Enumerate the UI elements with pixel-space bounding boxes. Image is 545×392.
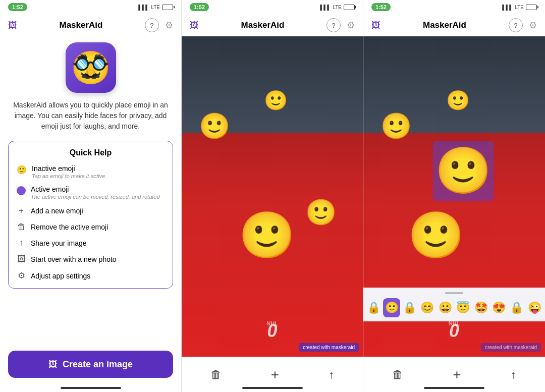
emoji-picker-item-lock2[interactable]: 🔒 (401, 298, 418, 317)
settings-label: Adjust app settings (31, 272, 90, 280)
emoji-overlay-top-3[interactable]: 🙂 (446, 91, 470, 110)
signal-icon-3: ▌▌▌ (502, 5, 513, 10)
home-indicator-2 (242, 387, 303, 389)
emoji-picker-handle (445, 292, 463, 294)
nav-bar-2: 🖼 MaskerAid ? ⚙ (182, 14, 363, 36)
emoji-picker-item-star[interactable]: 🤩 (472, 298, 489, 317)
photo-nav-icon-2[interactable]: 🖼 (190, 20, 199, 31)
app-description: MaskerAid allows you to quickly place em… (0, 100, 181, 132)
status-icons-3: ▌▌▌ LTE (502, 5, 537, 10)
panel-1: 1:52 ▌▌▌ LTE 🖼 MaskerAid ? ⚙ 🥸 MaskerAid… (0, 0, 182, 392)
help-button-2[interactable]: ? (326, 18, 341, 32)
nav-title-1: MaskerAid (60, 20, 103, 30)
status-icons-1: ▌▌▌ LTE (138, 5, 173, 10)
nav-icons-2: ? ⚙ (326, 18, 355, 32)
home-indicator-1 (61, 387, 121, 389)
emoji-picker-item-lock3[interactable]: 🔒 (508, 298, 525, 317)
inactive-emoji-icon: 🙂 (17, 165, 27, 175)
add-emoji-label: Add a new emoji (31, 207, 83, 215)
trash-button-2[interactable]: 🗑 (202, 364, 230, 385)
status-icons-2: ▌▌▌ LTE (320, 5, 355, 10)
settings-icon-help: ⚙ (17, 270, 26, 281)
emoji-overlay-right-2[interactable]: 🙂 (305, 200, 337, 225)
photo-area-2[interactable]: NHL 0 🙂 🙂 🙂 🙂 created with maskeraid (182, 36, 363, 357)
nav-title-3: MaskerAid (423, 20, 466, 30)
trash-button-3[interactable]: 🗑 (384, 364, 411, 385)
help-item-settings: ⚙ Adjust app settings (17, 270, 165, 281)
settings-icon-1[interactable]: ⚙ (165, 20, 173, 31)
status-bar-2: 1:52 ▌▌▌ LTE (182, 0, 363, 14)
settings-icon-2[interactable]: ⚙ (347, 20, 355, 31)
signal-icon-2: ▌▌▌ (320, 5, 331, 10)
add-button-3[interactable]: + (453, 367, 461, 383)
share-button-2[interactable]: ↑ (320, 364, 342, 385)
help-item-add-emoji: + Add a new emoji (17, 206, 165, 216)
battery-icon-2 (344, 5, 355, 10)
active-emoji-circle-icon (17, 186, 26, 195)
emoji-picker-item-grin[interactable]: 😀 (437, 298, 454, 317)
photo-area-3[interactable]: NHL 0 🙂 🙂 🙂 🙂 created with maskeraid 🔒 🙂… (363, 36, 545, 357)
emoji-overlay-main-3[interactable]: 🙂 (408, 212, 464, 258)
photo-background-2: NHL 0 🙂 🙂 🙂 🙂 created with maskeraid (182, 36, 363, 357)
jersey-number-3: 0 (449, 320, 459, 342)
emoji-overlay-left-2[interactable]: 🙂 (199, 114, 230, 139)
add-button-2[interactable]: + (271, 367, 279, 383)
nav-icons-1: ? ⚙ (145, 18, 173, 32)
active-emoji-label: Active emoji (31, 185, 160, 193)
nav-bar-3: 🖼 MaskerAid ? ⚙ (363, 14, 545, 36)
panel-3: 1:52 ▌▌▌ LTE 🖼 MaskerAid ? ⚙ (363, 0, 545, 392)
emoji-picker-item-heart-eyes[interactable]: 😍 (490, 298, 507, 317)
signal-icon-1: ▌▌▌ (138, 5, 149, 10)
remove-emoji-label: Remove the active emoji (31, 223, 108, 231)
share-label: Share your image (31, 239, 87, 247)
emoji-picker-row: 🔒 🙂 🔒 😊 😀 😇 🤩 😍 🔒 😜 (365, 298, 543, 317)
emoji-overlay-left-3[interactable]: 🙂 (380, 114, 412, 139)
quick-help-box: Quick Help 🙂 Inactive emoji Tap an emoji… (8, 141, 173, 289)
active-emoji-sublabel: The active emoji can be moved, resized, … (31, 194, 160, 200)
create-image-button[interactable]: 🖼 Create an image (8, 351, 173, 378)
lte-label-3: LTE (515, 5, 524, 10)
battery-icon-3 (526, 5, 537, 10)
emoji-picker-item-smile[interactable]: 🙂 (383, 298, 400, 317)
status-time-3: 1:52 (371, 3, 391, 11)
emoji-overlay-top-2[interactable]: 🙂 (264, 91, 288, 110)
emoji-picker-item-lock1[interactable]: 🔒 (365, 298, 382, 317)
help-button-1[interactable]: ? (145, 18, 159, 32)
emoji-picker-item-wink[interactable]: 😜 (526, 298, 543, 317)
new-photo-icon: 🖼 (17, 254, 26, 264)
plus-icon-add: + (17, 206, 26, 216)
settings-icon-3[interactable]: ⚙ (529, 20, 537, 31)
emoji-picker-3: 🔒 🙂 🔒 😊 😀 😇 🤩 😍 🔒 😜 (363, 288, 545, 321)
status-bar-1: 1:52 ▌▌▌ LTE (0, 0, 181, 14)
status-time-2: 1:52 (190, 3, 209, 11)
help-button-3[interactable]: ? (509, 18, 523, 32)
help-item-active-emoji: Active emoji The active emoji can be mov… (17, 185, 165, 200)
app-icon: 🥸 (66, 42, 116, 93)
help-item-share: ↑ Share your image (17, 238, 165, 248)
create-btn-photo-icon: 🖼 (48, 359, 58, 370)
active-emoji-overlay-3[interactable]: 🙂 (433, 141, 494, 201)
help-item-new-photo: 🖼 Start over with a new photo (17, 254, 165, 264)
lte-label-2: LTE (333, 5, 342, 10)
home-indicator-3 (424, 387, 484, 389)
photo-nav-icon-1[interactable]: 🖼 (8, 20, 17, 31)
emoji-picker-item-angel[interactable]: 😇 (455, 298, 471, 317)
photo-nav-icon-3[interactable]: 🖼 (371, 20, 380, 31)
app-icon-emoji: 🥸 (71, 49, 110, 86)
active-emoji-face-3: 🙂 (435, 144, 492, 197)
help-item-inactive-emoji: 🙂 Inactive emoji Tap an emoji to make it… (17, 164, 165, 179)
inactive-emoji-sublabel: Tap an emoji to make it active (32, 173, 105, 179)
status-bar-3: 1:52 ▌▌▌ LTE (363, 0, 545, 14)
emoji-picker-item-smile2[interactable]: 😊 (419, 298, 435, 317)
inactive-emoji-label: Inactive emoji (32, 164, 105, 173)
share-button-3[interactable]: ↑ (503, 364, 524, 385)
jersey-number-2: 0 (267, 320, 277, 342)
lte-label-1: LTE (151, 5, 160, 10)
nav-bar-1: 🖼 MaskerAid ? ⚙ (0, 14, 181, 36)
trash-icon-remove: 🗑 (17, 222, 26, 232)
create-btn-label: Create an image (63, 359, 133, 370)
new-photo-label: Start over with a new photo (31, 255, 117, 263)
quick-help-title: Quick Help (17, 148, 165, 157)
status-time-1: 1:52 (8, 3, 27, 11)
emoji-overlay-main-2[interactable]: 🙂 (239, 212, 295, 258)
